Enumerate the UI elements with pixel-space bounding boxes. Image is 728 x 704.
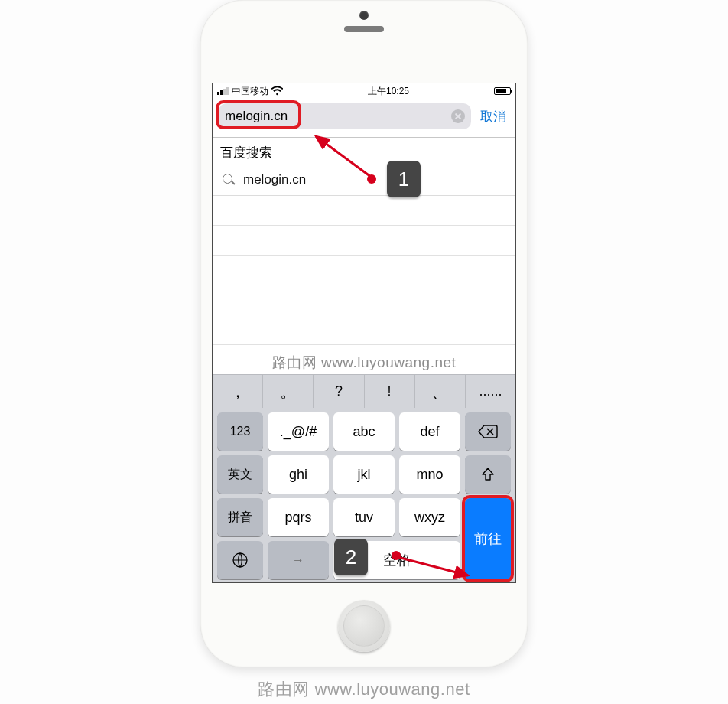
cancel-button[interactable]: 取消 bbox=[477, 108, 509, 125]
key-123[interactable]: 123 bbox=[217, 412, 263, 451]
signal-icon bbox=[217, 87, 229, 95]
annotation-badge-2: 2 bbox=[334, 539, 368, 575]
status-bar: 中国移动 上午10:25 bbox=[213, 83, 515, 99]
clear-icon[interactable] bbox=[451, 109, 465, 123]
watermark-outside: 路由网 www.luyouwang.net bbox=[0, 678, 728, 701]
suggestion-text: melogin.cn bbox=[243, 172, 306, 187]
shift-icon bbox=[480, 467, 496, 482]
svg-line-1 bbox=[316, 136, 374, 179]
empty-list bbox=[213, 196, 515, 345]
globe-icon bbox=[232, 552, 249, 569]
key-backspace[interactable] bbox=[465, 412, 511, 451]
address-text: melogin.cn bbox=[225, 109, 288, 124]
key-exclaim[interactable]: ! bbox=[364, 375, 414, 408]
key-english[interactable]: 英文 bbox=[217, 455, 263, 494]
backspace-icon bbox=[478, 425, 498, 438]
key-comma[interactable]: ， bbox=[213, 375, 262, 408]
key-go-label: 前往 bbox=[474, 530, 502, 548]
punctuation-row: ， 。 ? ! 、 ...... bbox=[213, 374, 515, 408]
carrier-label: 中国移动 bbox=[232, 85, 268, 98]
battery-icon bbox=[494, 87, 511, 95]
phone-earpiece bbox=[344, 26, 384, 32]
wifi-icon bbox=[271, 86, 283, 96]
address-input[interactable]: melogin.cn bbox=[219, 103, 471, 129]
annotation-badge-1: 1 bbox=[387, 161, 421, 197]
key-next[interactable]: → bbox=[268, 541, 329, 579]
key-shift[interactable] bbox=[465, 455, 511, 494]
key-def[interactable]: def bbox=[399, 412, 460, 451]
search-icon bbox=[222, 173, 236, 187]
key-mno[interactable]: mno bbox=[399, 455, 460, 494]
key-abc[interactable]: abc bbox=[333, 412, 395, 451]
key-sym[interactable]: ._@/# bbox=[268, 412, 329, 451]
annotation-arrow-2 bbox=[393, 551, 477, 585]
key-ellipsis[interactable]: ...... bbox=[465, 375, 515, 408]
key-ghi[interactable]: ghi bbox=[268, 455, 329, 494]
key-jkl[interactable]: jkl bbox=[333, 455, 395, 494]
key-wxyz[interactable]: wxyz bbox=[399, 498, 460, 536]
key-globe[interactable] bbox=[217, 541, 263, 579]
key-tuv[interactable]: tuv bbox=[333, 498, 395, 536]
key-pinyin[interactable]: 拼音 bbox=[217, 498, 263, 536]
watermark-inside: 路由网 www.luyouwang.net bbox=[213, 345, 515, 376]
svg-line-2 bbox=[398, 557, 468, 575]
time-label: 上午10:25 bbox=[368, 85, 409, 98]
home-button[interactable] bbox=[338, 600, 390, 652]
key-pqrs[interactable]: pqrs bbox=[268, 498, 329, 536]
key-period[interactable]: 。 bbox=[262, 375, 313, 408]
phone-camera-dot bbox=[359, 11, 369, 20]
key-dun[interactable]: 、 bbox=[414, 375, 465, 408]
annotation-dot-2 bbox=[392, 551, 401, 560]
annotation-dot-1 bbox=[367, 174, 376, 184]
key-question[interactable]: ? bbox=[313, 375, 363, 408]
